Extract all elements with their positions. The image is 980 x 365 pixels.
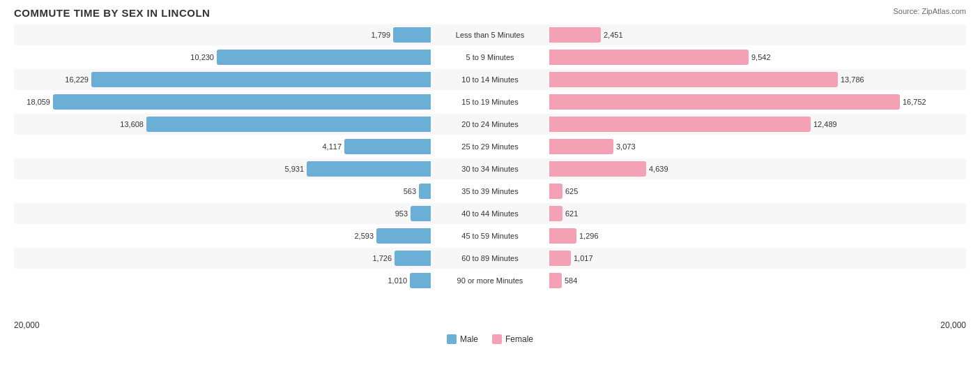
male-bar: 5,931 <box>307 161 431 177</box>
bar-row: 13,60820 to 24 Minutes12,489 <box>14 114 966 135</box>
female-bar: 1,017 <box>549 251 571 266</box>
row-label: 10 to 14 Minutes <box>434 75 546 84</box>
legend-female: Female <box>492 334 533 344</box>
row-label: 40 to 44 Minutes <box>434 209 546 218</box>
female-bar: 1,296 <box>549 228 576 244</box>
chart-title: COMMUTE TIME BY SEX IN LINCOLN <box>14 7 966 19</box>
female-value: 12,489 <box>811 120 837 128</box>
male-bar: 953 <box>411 206 431 221</box>
bar-row: 56335 to 39 Minutes625 <box>14 181 966 202</box>
female-value: 2,451 <box>601 31 623 39</box>
male-value: 1,010 <box>388 276 410 285</box>
legend-male-box <box>447 334 457 344</box>
female-value: 4,639 <box>646 165 668 173</box>
bars-area: 1,799Less than 5 Minutes2,45110,2305 to … <box>14 24 966 318</box>
male-bar: 10,230 <box>217 50 431 65</box>
male-bar: 1,010 <box>410 273 431 288</box>
row-label: Less than 5 Minutes <box>434 31 546 39</box>
female-value: 16,752 <box>900 98 926 106</box>
bar-row: 1,799Less than 5 Minutes2,451 <box>14 24 966 45</box>
male-bar: 1,799 <box>393 27 431 43</box>
male-value: 1,799 <box>371 31 393 39</box>
male-bar: 18,059 <box>53 94 431 110</box>
row-label: 25 to 29 Minutes <box>434 142 546 151</box>
male-bar: 2,593 <box>376 228 431 244</box>
male-value: 563 <box>404 187 419 195</box>
male-value: 4,117 <box>322 142 344 151</box>
bar-row: 1,01090 or more Minutes584 <box>14 270 966 291</box>
axis-left-label: 20,000 <box>14 320 40 330</box>
bar-row: 4,11725 to 29 Minutes3,073 <box>14 136 966 157</box>
female-value: 625 <box>562 187 578 195</box>
male-value: 5,931 <box>284 165 307 173</box>
male-bar: 16,229 <box>91 72 431 87</box>
chart-container: COMMUTE TIME BY SEX IN LINCOLN Source: Z… <box>0 0 980 365</box>
axis-right-label: 20,000 <box>940 320 966 330</box>
bar-row: 1,72660 to 89 Minutes1,017 <box>14 248 966 269</box>
bar-row: 18,05915 to 19 Minutes16,752 <box>14 91 966 112</box>
female-bar: 13,786 <box>549 72 838 87</box>
male-bar: 13,608 <box>146 117 431 132</box>
female-bar: 2,451 <box>549 27 601 43</box>
female-value: 13,786 <box>838 75 864 84</box>
female-value: 584 <box>562 276 577 285</box>
bar-row: 5,93130 to 34 Minutes4,639 <box>14 158 966 179</box>
female-bar: 584 <box>549 273 562 288</box>
male-value: 10,230 <box>190 53 217 61</box>
male-value: 953 <box>395 209 411 218</box>
bar-row: 16,22910 to 14 Minutes13,786 <box>14 69 966 90</box>
female-value: 3,073 <box>613 142 636 151</box>
legend-male-label: Male <box>460 334 478 344</box>
male-value: 1,726 <box>372 254 395 262</box>
legend-male: Male <box>447 334 478 344</box>
female-bar: 12,489 <box>549 117 811 132</box>
row-label: 30 to 34 Minutes <box>434 165 546 173</box>
legend-female-label: Female <box>505 334 533 344</box>
female-bar: 625 <box>549 184 562 199</box>
male-bar: 563 <box>419 184 431 199</box>
female-value: 621 <box>562 209 578 218</box>
male-bar: 4,117 <box>344 139 431 154</box>
female-value: 1,017 <box>571 254 593 262</box>
bar-row: 10,2305 to 9 Minutes9,542 <box>14 47 966 68</box>
female-bar: 16,752 <box>549 94 900 110</box>
male-bar: 1,726 <box>395 251 431 266</box>
female-bar: 621 <box>549 206 562 221</box>
male-value: 13,608 <box>120 120 146 128</box>
row-label: 45 to 59 Minutes <box>434 232 546 240</box>
bar-row: 95340 to 44 Minutes621 <box>14 203 966 224</box>
female-value: 9,542 <box>749 53 771 61</box>
row-label: 35 to 39 Minutes <box>434 187 546 195</box>
row-label: 5 to 9 Minutes <box>434 53 546 61</box>
axis-bottom: 20,000 20,000 <box>14 320 966 330</box>
row-label: 90 or more Minutes <box>434 276 546 285</box>
row-label: 60 to 89 Minutes <box>434 254 546 262</box>
row-label: 15 to 19 Minutes <box>434 98 546 106</box>
female-bar: 3,073 <box>549 139 613 154</box>
female-bar: 9,542 <box>549 50 749 65</box>
male-value: 18,059 <box>26 98 53 106</box>
source-label: Source: ZipAtlas.com <box>893 7 966 15</box>
legend-female-box <box>492 334 502 344</box>
legend: Male Female <box>14 334 966 344</box>
bar-row: 2,59345 to 59 Minutes1,296 <box>14 225 966 246</box>
female-value: 1,296 <box>576 232 599 240</box>
male-value: 2,593 <box>354 232 376 240</box>
female-bar: 4,639 <box>549 161 646 177</box>
row-label: 20 to 24 Minutes <box>434 120 546 128</box>
male-value: 16,229 <box>65 75 91 84</box>
